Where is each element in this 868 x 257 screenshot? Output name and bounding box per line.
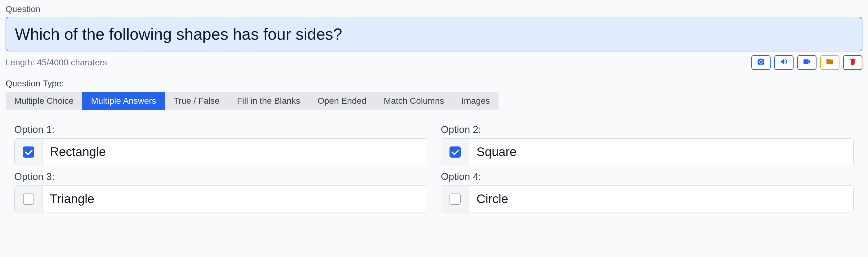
option-block-1: Option 1: bbox=[14, 124, 427, 166]
option-checkbox-2[interactable] bbox=[450, 146, 461, 158]
media-action-buttons bbox=[751, 55, 862, 70]
tab-match-columns[interactable]: Match Columns bbox=[375, 91, 453, 110]
option-check-wrap bbox=[441, 139, 469, 165]
option-label: Option 3: bbox=[14, 171, 427, 182]
option-check-wrap bbox=[441, 186, 469, 212]
add-audio-button[interactable] bbox=[774, 55, 794, 70]
options-grid: Option 1: Option 2: Option 3: Option 4: bbox=[6, 124, 862, 212]
option-label: Option 2: bbox=[441, 124, 854, 135]
question-label: Question bbox=[6, 4, 862, 14]
option-checkbox-3[interactable] bbox=[23, 193, 34, 205]
camera-icon bbox=[757, 58, 765, 68]
option-row bbox=[441, 185, 854, 212]
add-video-button[interactable] bbox=[797, 55, 816, 70]
option-check-wrap bbox=[14, 186, 42, 212]
option-block-2: Option 2: bbox=[441, 124, 854, 166]
option-checkbox-4[interactable] bbox=[450, 193, 461, 205]
option-block-4: Option 4: bbox=[441, 171, 854, 212]
question-type-tabs: Multiple Choice Multiple Answers True / … bbox=[6, 91, 498, 110]
trash-icon bbox=[849, 58, 857, 68]
question-input[interactable] bbox=[6, 17, 862, 51]
browse-file-button[interactable] bbox=[820, 55, 839, 70]
option-row bbox=[14, 138, 427, 166]
tab-multiple-choice[interactable]: Multiple Choice bbox=[6, 91, 82, 110]
tab-fill-blanks[interactable]: Fill in the Blanks bbox=[228, 91, 309, 110]
length-counter: Length: 45/4000 charaters bbox=[6, 58, 107, 68]
folder-icon bbox=[826, 58, 834, 68]
option-input-2[interactable] bbox=[469, 139, 854, 165]
option-input-3[interactable] bbox=[42, 186, 427, 212]
delete-button[interactable] bbox=[843, 55, 862, 70]
option-row bbox=[14, 185, 427, 212]
tab-multiple-answers[interactable]: Multiple Answers bbox=[82, 91, 165, 110]
audio-icon bbox=[780, 58, 788, 68]
tab-true-false[interactable]: True / False bbox=[165, 91, 228, 110]
option-check-wrap bbox=[14, 139, 42, 165]
tab-images[interactable]: Images bbox=[453, 91, 499, 110]
add-image-button[interactable] bbox=[751, 55, 771, 70]
option-label: Option 4: bbox=[441, 171, 854, 182]
tab-open-ended[interactable]: Open Ended bbox=[309, 91, 375, 110]
video-icon bbox=[803, 58, 811, 68]
option-label: Option 1: bbox=[14, 124, 427, 135]
option-input-4[interactable] bbox=[469, 186, 854, 212]
option-checkbox-1[interactable] bbox=[23, 146, 34, 158]
option-input-1[interactable] bbox=[42, 139, 427, 165]
question-type-label: Question Type: bbox=[6, 79, 862, 88]
option-row bbox=[441, 138, 854, 166]
option-block-3: Option 3: bbox=[14, 171, 427, 212]
